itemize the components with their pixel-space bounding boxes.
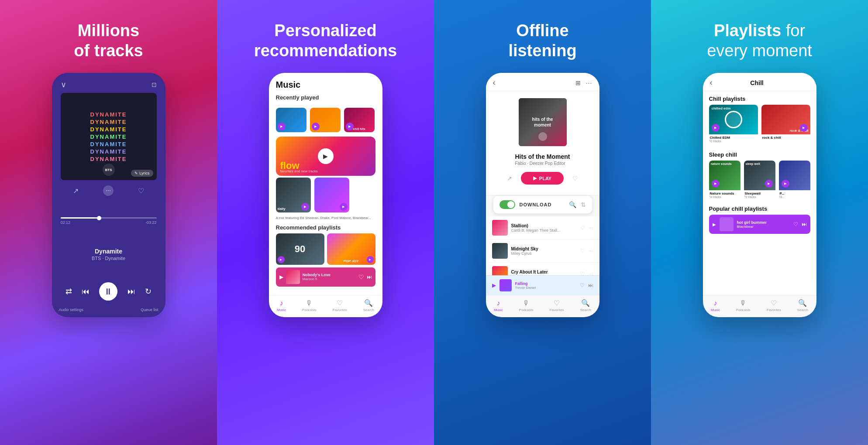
nature-sounds-play[interactable]: ▶ [712, 180, 720, 188]
sleep-card-3[interactable]: ▶ P... 58... [779, 161, 810, 199]
rp-thumb-3[interactable]: chill hits ▶ [344, 108, 375, 132]
more-icon-t1[interactable]: ··· [589, 225, 593, 231]
album-editor: Fábio · Deezer Pop Editor [515, 161, 570, 166]
play-button-3[interactable]: ▶ PLAY [521, 172, 564, 185]
popular-heart-icon[interactable]: ♡ [793, 221, 798, 227]
album-share-icon[interactable]: ↗ [507, 175, 512, 182]
grid-icon[interactable]: ⊞ [575, 79, 581, 86]
nobody-love-bar[interactable]: ▶ Nobody's Love Maroon 5 ♡ ⏭ [276, 267, 375, 287]
nav-search-2[interactable]: 🔍 Search [363, 299, 374, 312]
track-item-3[interactable]: Cry About It Later Katy Perry ♡ ··· [486, 263, 599, 275]
more-icon-t2[interactable]: ··· [589, 248, 593, 254]
nobody-heart-icon[interactable]: ♡ [358, 274, 364, 281]
rp-play-1[interactable]: ▶ [278, 123, 286, 130]
daily-card-1[interactable]: daily ▶ [276, 178, 311, 212]
search-icon-3-nav: 🔍 [581, 299, 590, 307]
flow-play-button[interactable]: ▶ [318, 148, 334, 164]
shuffle-button[interactable]: ⇄ [65, 287, 72, 296]
sort-icon[interactable]: ⇅ [581, 201, 586, 208]
heart-icon-t3[interactable]: ♡ [580, 271, 585, 275]
nobody-skip-icon[interactable]: ⏭ [367, 274, 372, 280]
nav-music-3[interactable]: ♪ Music [494, 299, 503, 312]
nobody-play-icon[interactable]: ▶ [279, 274, 283, 280]
nav-podcasts-3[interactable]: 🎙 Podcasts [519, 299, 534, 312]
rec-card-90s[interactable]: 90 ▶ [276, 233, 324, 265]
sleepwell-card[interactable]: sleep well ▶ Sleepwell 70 tracks [744, 161, 775, 199]
np-heart-icon[interactable]: ♡ [580, 282, 585, 288]
rec-play-2[interactable]: ▶ [367, 256, 374, 263]
daily-card-2[interactable]: ▶ [314, 178, 349, 212]
search-icon-3[interactable]: 🔍 [569, 201, 576, 208]
heart-icon[interactable]: ♡ [138, 187, 144, 195]
next-button[interactable]: ⏭ [127, 287, 135, 296]
repeat-button[interactable]: ↻ [145, 287, 152, 296]
now-playing-artist: Trevor Daniel [515, 286, 576, 290]
heart-icon-t2[interactable]: ♡ [580, 248, 585, 254]
player-header: ∨ ⊡ [52, 73, 165, 93]
nav-podcasts-2[interactable]: 🎙 Podcasts [302, 299, 317, 312]
popular-item-1[interactable]: ▶ hot girl bummer Blackbear ♡ ⏭ [709, 215, 810, 234]
daily-play-2[interactable]: ▶ [340, 203, 348, 211]
np-play-icon[interactable]: ▶ [492, 282, 496, 288]
daily-play-1[interactable]: ▶ [301, 203, 309, 211]
pause-button[interactable]: ⏸ [99, 282, 117, 301]
cast-icon[interactable]: ⊡ [152, 81, 157, 88]
nav-podcasts-4[interactable]: 🎙 Podcasts [736, 299, 751, 312]
nature-sounds-card[interactable]: nature sounds ▶ Nature sounds 64 tracks [709, 161, 741, 199]
share-icon[interactable]: ↗ [73, 187, 79, 195]
track-artist-1: Cardi B, Megan Thee Stall... [511, 228, 577, 233]
track-info: Dynamite BTS · Dynamite [61, 248, 157, 261]
chilled-edm-play[interactable]: ▶ [712, 124, 720, 132]
sleepwell-play[interactable]: ▶ [765, 180, 773, 188]
more-icon[interactable]: ⋯ [103, 185, 114, 196]
sleep-play-3[interactable]: ▶ [782, 180, 789, 188]
rp-play-2[interactable]: ▶ [312, 123, 320, 130]
nav-favorites-2[interactable]: ♡ Favorites [333, 299, 347, 312]
album-heart-icon[interactable]: ♡ [572, 175, 578, 182]
nav-music-4[interactable]: ♪ Music [711, 299, 720, 312]
nav-search-3[interactable]: 🔍 Search [580, 299, 591, 312]
album-cover: hits of themoment [519, 98, 567, 146]
audio-settings-button[interactable]: Audio settings [59, 308, 84, 312]
playlist-content: Chill playlists chilled edm ▶ Chilled ED… [703, 91, 816, 295]
nav-favorites-4[interactable]: ♡ Favorites [767, 299, 781, 312]
rp-play-3[interactable]: ▶ [346, 123, 354, 130]
heart-icon-t1[interactable]: ♡ [580, 225, 585, 231]
back-icon-4[interactable]: ‹ [710, 78, 713, 87]
page-title: Music [276, 80, 375, 90]
rock-chill-card[interactable]: rock & chill ▶ rock & chill [761, 105, 810, 143]
chevron-down-icon[interactable]: ∨ [61, 80, 66, 89]
panel-1-title-line1: Millions [78, 21, 139, 40]
nobody-info: Nobody's Love Maroon 5 [303, 273, 356, 281]
nav-favorites-3[interactable]: ♡ Favorites [550, 299, 564, 312]
nav-search-4[interactable]: 🔍 Search [797, 299, 808, 312]
nav-music-2[interactable]: ♪ Music [277, 299, 286, 312]
lyrics-button[interactable]: ✎ Lyrics [131, 170, 153, 177]
more-icon-t3[interactable]: ··· [589, 271, 593, 275]
rock-chill-thumb: rock & chill ▶ [761, 105, 810, 134]
popular-skip-icon[interactable]: ⏭ [802, 221, 807, 227]
back-icon[interactable]: ‹ [493, 78, 496, 87]
rock-chill-play[interactable]: ▶ [800, 124, 808, 132]
rec-play-1[interactable]: ▶ [278, 256, 285, 263]
nobody-thumb [286, 270, 300, 284]
rec-card-pop[interactable]: POP JOY ▶ [327, 233, 375, 265]
track-item-1[interactable]: Stallion) Cardi B, Megan Thee Stall... ♡… [486, 216, 599, 240]
progress-bar[interactable] [61, 217, 157, 219]
more-dots-icon[interactable]: ··· [586, 79, 592, 86]
daily-cards-row: daily ▶ ▶ [269, 178, 382, 212]
track-item-2[interactable]: Midnight Sky Miley Cyrus ♡ ··· [486, 240, 599, 263]
rp-thumb-2[interactable]: ▶ [310, 108, 341, 132]
chilled-edm-card[interactable]: chilled edm ▶ Chilled EDM 60 tracks [709, 105, 758, 143]
rock-chill-label: rock & chill [761, 136, 810, 140]
download-toggle[interactable] [499, 200, 515, 209]
sleepwell-thumb: sleep well ▶ [744, 161, 775, 190]
prev-button[interactable]: ⏮ [82, 287, 90, 296]
rp-thumb-1[interactable]: ▶ [276, 108, 307, 132]
np-skip-icon[interactable]: ⏭ [588, 282, 593, 288]
nav-search-label-2: Search [363, 308, 374, 312]
nobody-title: Nobody's Love [303, 273, 356, 277]
popular-play-icon[interactable]: ▶ [713, 222, 716, 227]
queue-list-button[interactable]: Queue list [141, 308, 158, 312]
flow-card[interactable]: flow ▶ favorites and new tracks [276, 137, 375, 176]
